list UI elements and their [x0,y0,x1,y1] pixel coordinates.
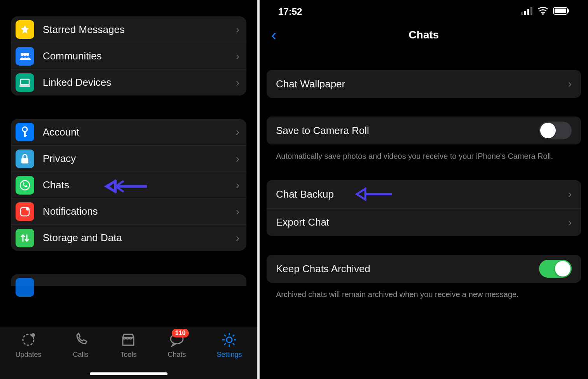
updates-icon [20,331,37,348]
notification-icon [16,202,34,221]
row-label: Save to Camera Roll [276,125,369,137]
tab-label: Updates [15,351,41,359]
chevron-right-icon: › [236,205,239,218]
chevron-right-icon: › [236,179,239,191]
back-button[interactable]: ‹ [271,26,276,44]
svg-point-5 [23,127,27,132]
battery-icon [553,6,569,17]
svg-point-30 [542,13,544,15]
row-save-camera-roll[interactable]: Save to Camera Roll [267,116,581,144]
footer-note: Automatically save photos and videos you… [267,144,581,162]
row-storage-data[interactable]: Storage and Data › [11,224,246,251]
svg-line-23 [233,343,234,345]
partial-icon [16,278,34,297]
row-export-chat[interactable]: Export Chat › [267,208,581,236]
chevron-right-icon: › [236,50,239,63]
star-icon [16,20,34,39]
svg-line-24 [224,343,226,345]
svg-rect-29 [530,7,532,15]
row-chats[interactable]: Chats › [11,172,246,198]
nav-bar: ‹ Chats [267,23,581,47]
badge-count: 110 [172,329,189,337]
row-label: Account [43,126,236,138]
row-chat-backup[interactable]: Chat Backup › [267,180,581,208]
chevron-right-icon: › [568,78,572,90]
storefront-icon [120,331,137,348]
cellular-icon [521,6,533,17]
svg-point-2 [26,53,29,56]
svg-rect-3 [21,79,29,85]
tab-label: Calls [73,351,88,359]
tab-tools[interactable]: Tools [120,331,137,359]
svg-rect-32 [555,9,566,13]
phone-icon [72,331,89,348]
row-label: Storage and Data [43,232,236,244]
svg-point-17 [227,337,232,342]
row-label: Notifications [43,205,236,217]
tab-bar: Updates Calls Tools 110 Chats Settings [0,327,257,379]
row-keep-chats-archived[interactable]: Keep Chats Archived [267,255,581,283]
settings-group-partial [11,274,246,286]
svg-line-25 [233,335,234,336]
chevron-right-icon: › [236,126,239,138]
chevron-right-icon: › [236,76,239,89]
tab-label: Chats [168,351,186,359]
group-backup-export: Chat Backup › Export Chat › [267,180,581,236]
row-label: Chat Wallpaper [276,78,345,90]
page-title: Chats [409,29,439,41]
chevron-right-icon: › [236,232,239,244]
svg-point-0 [21,53,24,56]
row-label: Privacy [43,153,236,165]
toggle-save-camera-roll[interactable] [539,122,572,139]
people-icon [16,47,34,66]
svg-rect-8 [21,158,28,163]
whatsapp-icon [16,176,34,195]
chevron-right-icon: › [236,23,239,36]
svg-rect-28 [527,9,529,15]
group-wallpaper: Chat Wallpaper › [267,70,581,98]
group-keep-archived: Keep Chats Archived [267,255,581,283]
row-label: Linked Devices [43,76,236,89]
row-account[interactable]: Account › [11,119,246,145]
gear-icon [221,331,238,348]
row-privacy[interactable]: Privacy › [11,145,246,172]
svg-point-1 [23,53,26,56]
laptop-icon [16,73,34,92]
wifi-icon [537,6,548,17]
tab-updates[interactable]: Updates [15,331,41,359]
svg-rect-7 [24,135,27,136]
lock-icon [16,150,34,168]
row-starred-messages[interactable]: Starred Messages › [11,16,246,43]
row-label: Chat Backup [276,188,334,200]
home-indicator [90,372,168,375]
svg-point-9 [20,181,30,190]
chevron-right-icon: › [236,153,239,165]
row-communities[interactable]: Communities › [11,43,246,69]
chevron-right-icon: › [568,188,572,200]
group-save-roll: Save to Camera Roll [267,116,581,144]
row-linked-devices[interactable]: Linked Devices › [11,69,246,96]
svg-rect-26 [521,12,523,15]
svg-rect-27 [524,11,526,15]
footer-note: Archived chats will remain archived when… [267,283,581,300]
tab-chats[interactable]: 110 Chats [168,331,186,359]
row-chat-wallpaper[interactable]: Chat Wallpaper › [267,70,581,98]
toggle-keep-archived[interactable] [539,260,572,278]
key-icon [16,123,34,141]
status-bar: 17:52 [267,0,581,23]
svg-rect-33 [568,9,569,12]
svg-point-11 [26,207,29,210]
arrows-updown-icon [16,229,34,247]
settings-screen: Starred Messages › Communities › Linked … [0,0,257,379]
status-time: 17:52 [278,6,302,17]
tab-calls[interactable]: Calls [72,331,89,359]
tab-label: Settings [216,351,242,359]
row-label: Export Chat [276,216,329,228]
chats-settings-screen: 17:52 ‹ Chats Chat Wallpaper › [260,0,588,379]
row-label: Keep Chats Archived [276,263,370,275]
tab-settings[interactable]: Settings [216,331,242,359]
row-notifications[interactable]: Notifications › [11,198,246,224]
row-label: Communities [43,50,236,62]
row-label: Starred Messages [43,24,236,36]
settings-group-1: Starred Messages › Communities › Linked … [11,16,246,96]
